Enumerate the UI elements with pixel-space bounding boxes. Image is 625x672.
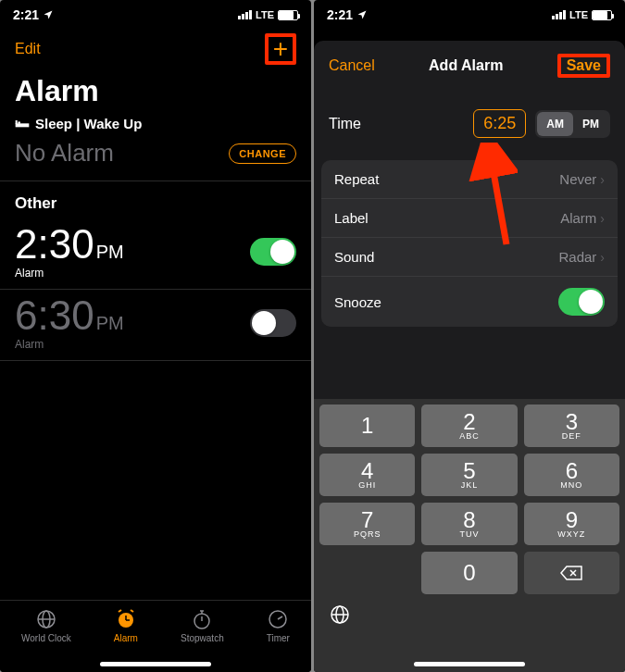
key-8[interactable]: 8TUV [421,503,517,545]
alarm-row[interactable]: 2:30PM Alarm [0,218,311,290]
key-1[interactable]: 1 [319,404,415,447]
key-2[interactable]: 2ABC [421,404,517,447]
network-label: LTE [569,9,588,20]
sound-row[interactable]: Sound Radar› [321,238,618,277]
key-5[interactable]: 5JKL [421,454,517,496]
battery-icon [278,10,298,20]
add-alarm-button[interactable]: + [265,33,296,65]
location-icon [43,9,54,20]
status-bar: 2:21 LTE [314,0,625,24]
tab-stopwatch[interactable]: Stopwatch [181,608,224,643]
home-indicator[interactable] [414,662,525,666]
label-row[interactable]: Label Alarm› [321,199,618,238]
svg-line-10 [131,610,133,612]
tab-timer[interactable]: Timer [267,608,290,643]
snooze-toggle[interactable] [558,288,605,316]
alarm-row[interactable]: 6:30PM Alarm [0,290,311,361]
globe-icon[interactable] [329,604,351,626]
cancel-button[interactable]: Cancel [329,57,375,74]
status-time: 2:21 [13,7,39,22]
key-blank [319,552,415,594]
stopwatch-icon [191,608,213,630]
battery-icon [592,10,612,20]
svg-line-16 [278,616,282,619]
key-4[interactable]: 4GHI [319,454,415,496]
svg-rect-1 [16,120,18,124]
key-6[interactable]: 6MNO [524,454,619,496]
bed-icon [15,118,30,130]
chevron-right-icon: › [600,250,605,265]
key-backspace[interactable] [524,552,619,594]
timer-icon [267,608,289,630]
time-label: Time [329,116,361,132]
repeat-row[interactable]: Repeat Never› [321,160,618,199]
signal-icon [238,10,252,19]
change-button[interactable]: CHANGE [229,143,296,164]
alarm-toggle[interactable] [250,238,296,266]
numeric-keypad: 1 2ABC 3DEF 4GHI 5JKL 6MNO 7PQRS 8TUV 9W… [314,399,625,672]
status-bar: 2:21 LTE [0,0,311,24]
screen-alarm-list: 2:21 LTE Edit + Alarm Sleep | Wake Up No… [0,0,311,672]
save-button[interactable]: Save [561,54,606,77]
tab-alarm[interactable]: Alarm [114,608,138,643]
sleep-section-header: Sleep | Wake Up [0,116,311,133]
network-label: LTE [256,9,274,20]
ampm-segmented[interactable]: AM PM [535,110,610,138]
snooze-row: Snooze [321,277,618,327]
location-icon [356,9,368,20]
status-time: 2:21 [327,7,353,22]
am-segment[interactable]: AM [537,112,573,136]
key-7[interactable]: 7PQRS [319,503,415,545]
no-alarm-label: No Alarm [15,139,114,168]
backspace-icon [559,565,583,581]
tab-world-clock[interactable]: World Clock [21,608,71,643]
sheet-title: Add Alarm [429,57,503,74]
chevron-right-icon: › [600,211,605,226]
page-title: Alarm [0,70,311,116]
key-3[interactable]: 3DEF [524,404,619,447]
key-9[interactable]: 9WXYZ [524,503,619,545]
alarm-icon [115,608,137,630]
time-input[interactable]: 6:25 [473,109,526,138]
home-indicator[interactable] [100,662,211,666]
svg-rect-0 [16,123,30,127]
pm-segment[interactable]: PM [573,112,608,136]
svg-line-9 [119,610,121,612]
svg-point-2 [18,121,20,124]
chevron-right-icon: › [600,172,605,187]
key-0[interactable]: 0 [421,552,517,594]
globe-icon [35,608,57,630]
tab-bar: World Clock Alarm Stopwatch Timer [0,600,311,672]
other-section-label: Other [0,181,311,218]
screen-add-alarm: 2:21 LTE Cancel Add Alarm Save Time 6:25… [314,0,625,672]
signal-icon [552,10,566,19]
edit-button[interactable]: Edit [15,41,41,57]
alarm-toggle[interactable] [250,309,296,337]
